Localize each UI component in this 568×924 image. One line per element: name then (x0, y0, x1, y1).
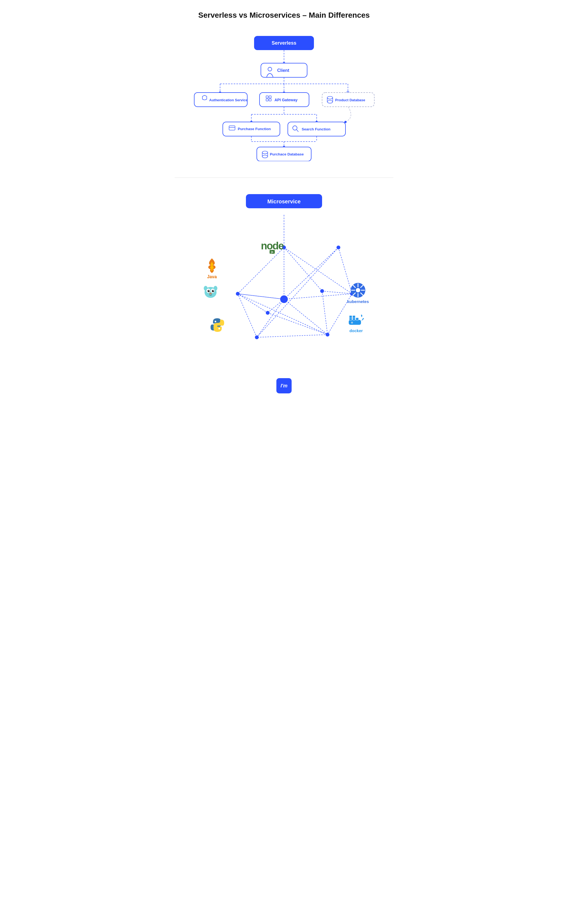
svg-text:Product Database: Product Database (335, 98, 366, 102)
microservice-section: Microservice (175, 194, 393, 393)
svg-text:Purchase Function: Purchase Function (238, 127, 271, 131)
kubernetes-label: kubernetes (347, 282, 369, 304)
docker-label: docker (347, 312, 366, 333)
svg-text:Search Function: Search Function (302, 127, 331, 131)
svg-rect-116 (352, 315, 355, 318)
page-title: Serverless vs Microservices – Main Diffe… (175, 11, 393, 20)
svg-point-96 (208, 291, 210, 291)
svg-text:Serverless: Serverless (272, 40, 296, 46)
svg-line-60 (284, 294, 352, 299)
svg-text:Microservice: Microservice (267, 198, 301, 204)
svg-point-85 (236, 292, 240, 296)
svg-point-110 (218, 328, 220, 329)
svg-point-88 (266, 311, 270, 315)
svg-point-87 (320, 289, 324, 293)
serverless-section: Serverless Client (175, 30, 393, 178)
svg-point-118 (352, 322, 352, 323)
microservice-header: Microservice (246, 194, 322, 209)
svg-text:Authentication Service: Authentication Service (209, 98, 248, 102)
serverless-diagram: Serverless Client (175, 30, 393, 161)
nodejs-label: node js (261, 241, 284, 254)
svg-line-76 (322, 291, 328, 335)
svg-rect-115 (349, 315, 352, 318)
svg-point-83 (326, 333, 329, 336)
microservice-mesh: Java node js (192, 215, 376, 367)
svg-point-80 (280, 295, 288, 303)
go-label (202, 284, 219, 299)
svg-line-70 (284, 247, 352, 294)
svg-line-61 (284, 299, 328, 335)
svg-line-62 (257, 299, 284, 337)
svg-point-97 (213, 291, 214, 291)
svg-line-74 (284, 247, 322, 291)
svg-line-68 (238, 294, 257, 337)
svg-text:Purchace Database: Purchace Database (270, 152, 304, 156)
svg-line-67 (257, 335, 328, 337)
svg-point-81 (337, 245, 340, 249)
im-badge: I'm (276, 378, 292, 393)
java-label: Java (205, 257, 219, 279)
svg-point-43 (344, 121, 347, 123)
svg-rect-114 (356, 318, 358, 320)
svg-point-98 (209, 293, 212, 294)
svg-rect-111 (349, 320, 361, 325)
svg-line-77 (268, 313, 328, 335)
svg-point-109 (215, 321, 216, 322)
svg-text:Client: Client (277, 68, 289, 73)
svg-point-84 (255, 335, 259, 339)
svg-line-59 (284, 247, 338, 299)
python-label (209, 317, 225, 333)
serverless-connectors: Serverless Client (181, 30, 387, 161)
svg-point-100 (356, 288, 360, 292)
svg-text:API Gateway: API Gateway (275, 98, 298, 102)
svg-line-69 (238, 247, 284, 294)
